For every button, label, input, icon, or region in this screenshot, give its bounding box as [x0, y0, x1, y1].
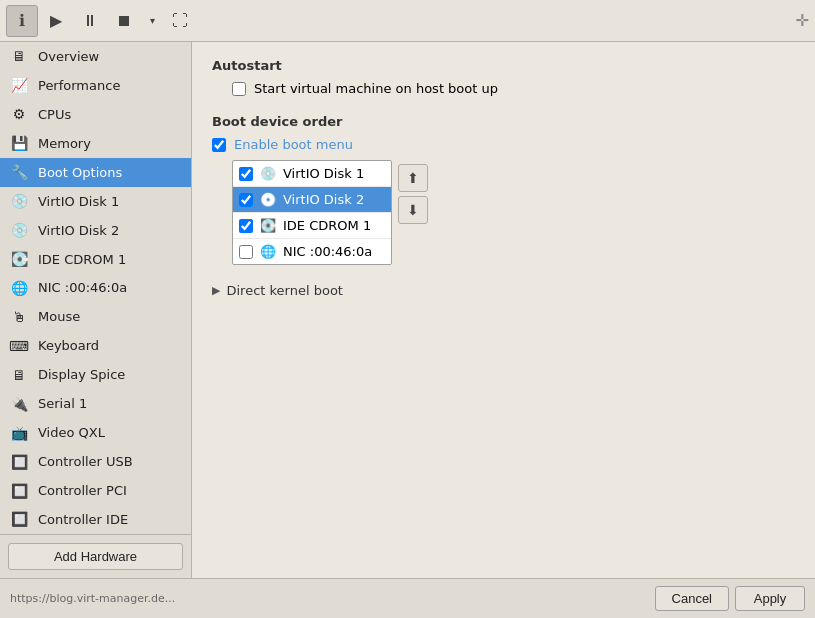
boot-order-up-button[interactable]: ⬆ — [398, 164, 428, 192]
sidebar-item-label: Display Spice — [38, 367, 125, 382]
ide-cdrom-icon: 💽 — [8, 248, 30, 270]
play-button[interactable]: ▶ — [40, 5, 72, 37]
autostart-checkbox-row: Start virtual machine on host boot up — [232, 81, 795, 96]
sidebar-item-label: Boot Options — [38, 165, 122, 180]
pause-icon: ⏸ — [82, 12, 98, 30]
boot-item-label: VirtIO Disk 2 — [283, 192, 364, 207]
memory-icon: 💾 — [8, 132, 30, 154]
ide-cdrom-item-icon: 💽 — [259, 218, 277, 233]
enable-boot-menu-checkbox[interactable] — [212, 138, 226, 152]
virtio-disk-1-icon: 💿 — [8, 190, 30, 212]
boot-list-area: 💿 VirtIO Disk 1 💿 VirtIO Disk 2 💽 IDE CD… — [232, 160, 795, 265]
sidebar-item-virtio-disk-1[interactable]: 💿 VirtIO Disk 1 — [0, 187, 191, 216]
boot-order-label: Boot device order — [212, 114, 795, 129]
sidebar-item-controller-usb[interactable]: 🔲 Controller USB — [0, 447, 191, 476]
cancel-button[interactable]: Cancel — [655, 586, 729, 611]
sidebar-item-cpus[interactable]: ⚙ CPUs — [0, 100, 191, 129]
boot-order-section: Boot device order Enable boot menu 💿 Vir… — [212, 114, 795, 265]
up-arrow-icon: ⬆ — [407, 170, 419, 186]
boot-order-down-button[interactable]: ⬇ — [398, 196, 428, 224]
boot-item-label: IDE CDROM 1 — [283, 218, 371, 233]
toolbar: ℹ ▶ ⏸ ⏹ ▾ ⛶ ✛ — [0, 0, 815, 42]
sidebar-item-controller-ide[interactable]: 🔲 Controller IDE — [0, 505, 191, 534]
nic-item-icon: 🌐 — [259, 244, 277, 259]
sidebar-item-nic[interactable]: 🌐 NIC :00:46:0a — [0, 274, 191, 303]
stop-icon: ⏹ — [116, 12, 132, 30]
autostart-label: Autostart — [212, 58, 795, 73]
sidebar-item-mouse[interactable]: 🖱 Mouse — [0, 302, 191, 331]
sidebar-item-virtio-disk-2[interactable]: 💿 VirtIO Disk 2 — [0, 216, 191, 245]
stop-button[interactable]: ⏹ — [108, 5, 140, 37]
boot-item-checkbox[interactable] — [239, 167, 253, 181]
play-icon: ▶ — [50, 11, 62, 30]
sidebar-item-label: Controller USB — [38, 454, 133, 469]
virtio-disk-2-item-icon: 💿 — [259, 192, 277, 207]
display-icon: 🖥 — [8, 364, 30, 386]
overview-icon: 🖥 — [8, 45, 30, 67]
direct-kernel-toggle[interactable]: ▶ Direct kernel boot — [212, 283, 795, 298]
sidebar-item-label: Performance — [38, 78, 120, 93]
boot-item-checkbox[interactable] — [239, 245, 253, 259]
controller-pci-icon: 🔲 — [8, 480, 30, 502]
video-icon: 📺 — [8, 422, 30, 444]
boot-list-item[interactable]: 💽 IDE CDROM 1 — [233, 213, 391, 239]
sidebar-item-label: Video QXL — [38, 425, 105, 440]
sidebar-item-label: Mouse — [38, 309, 80, 324]
bottom-bar: https://blog.virt-manager.de... Cancel A… — [0, 578, 815, 618]
sidebar-footer: Add Hardware — [0, 534, 191, 578]
direct-kernel-label: Direct kernel boot — [226, 283, 342, 298]
performance-icon: 📈 — [8, 74, 30, 96]
apply-button[interactable]: Apply — [735, 586, 805, 611]
boot-list-item[interactable]: 💿 VirtIO Disk 2 — [233, 187, 391, 213]
chevron-right-icon: ▶ — [212, 284, 220, 297]
fullscreen-icon: ⛶ — [172, 12, 188, 30]
info-icon: ℹ — [19, 11, 25, 30]
sidebar-item-label: Serial 1 — [38, 396, 87, 411]
autostart-checkbox[interactable] — [232, 82, 246, 96]
boot-item-label: VirtIO Disk 1 — [283, 166, 364, 181]
boot-order-enable-row: Enable boot menu — [212, 137, 795, 152]
boot-item-label: NIC :00:46:0a — [283, 244, 372, 259]
boot-order-list: 💿 VirtIO Disk 1 💿 VirtIO Disk 2 💽 IDE CD… — [232, 160, 392, 265]
sidebar-item-label: IDE CDROM 1 — [38, 252, 126, 267]
sidebar-item-keyboard[interactable]: ⌨ Keyboard — [0, 331, 191, 360]
boot-item-checkbox[interactable] — [239, 193, 253, 207]
sidebar-item-serial-1[interactable]: 🔌 Serial 1 — [0, 389, 191, 418]
virtio-disk-1-item-icon: 💿 — [259, 166, 277, 181]
sidebar-item-label: CPUs — [38, 107, 71, 122]
direct-kernel-section: ▶ Direct kernel boot — [212, 283, 795, 298]
sidebar-item-ide-cdrom-1[interactable]: 💽 IDE CDROM 1 — [0, 245, 191, 274]
sidebar-item-label: Keyboard — [38, 338, 99, 353]
sidebar: 🖥 Overview 📈 Performance ⚙ CPUs 💾 Memory… — [0, 42, 192, 578]
nic-icon: 🌐 — [8, 277, 30, 299]
boot-item-checkbox[interactable] — [239, 219, 253, 233]
info-button[interactable]: ℹ — [6, 5, 38, 37]
sidebar-item-performance[interactable]: 📈 Performance — [0, 71, 191, 100]
stop-dropdown-button[interactable]: ▾ — [142, 5, 162, 37]
fullscreen-button[interactable]: ⛶ — [164, 5, 196, 37]
sidebar-item-display-spice[interactable]: 🖥 Display Spice — [0, 360, 191, 389]
sidebar-item-label: VirtIO Disk 2 — [38, 223, 119, 238]
enable-boot-menu-label[interactable]: Enable boot menu — [234, 137, 353, 152]
virtio-disk-2-icon: 💿 — [8, 219, 30, 241]
keyboard-icon: ⌨ — [8, 335, 30, 357]
mouse-icon: 🖱 — [8, 306, 30, 328]
move-icon: ✛ — [796, 11, 809, 30]
sidebar-item-video-qxl[interactable]: 📺 Video QXL — [0, 418, 191, 447]
url-text: https://blog.virt-manager.de... — [10, 592, 649, 605]
sidebar-item-label: Controller IDE — [38, 512, 128, 527]
autostart-checkbox-label[interactable]: Start virtual machine on host boot up — [254, 81, 498, 96]
add-hardware-button[interactable]: Add Hardware — [8, 543, 183, 570]
pause-button[interactable]: ⏸ — [74, 5, 106, 37]
down-arrow-icon: ⬇ — [407, 202, 419, 218]
sidebar-item-overview[interactable]: 🖥 Overview — [0, 42, 191, 71]
controller-ide-icon: 🔲 — [8, 508, 30, 530]
boot-list-item[interactable]: 🌐 NIC :00:46:0a — [233, 239, 391, 264]
sidebar-item-controller-pci[interactable]: 🔲 Controller PCI — [0, 476, 191, 505]
sidebar-item-label: VirtIO Disk 1 — [38, 194, 119, 209]
sidebar-item-memory[interactable]: 💾 Memory — [0, 129, 191, 158]
serial-icon: 🔌 — [8, 393, 30, 415]
sidebar-item-boot-options[interactable]: 🔧 Boot Options — [0, 158, 191, 187]
boot-list-item[interactable]: 💿 VirtIO Disk 1 — [233, 161, 391, 187]
sidebar-item-label: Overview — [38, 49, 99, 64]
